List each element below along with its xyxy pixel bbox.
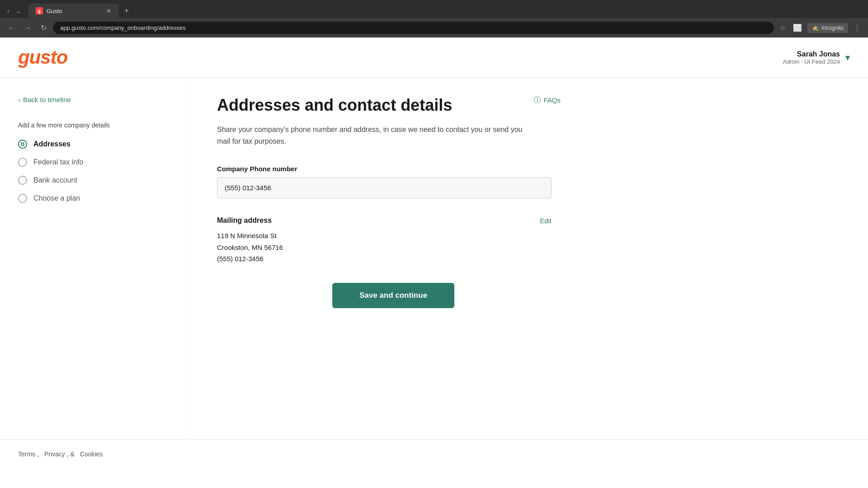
main-content: ‹ Back to timeline Add a few more compan…: [0, 78, 868, 439]
app-header: gusto Sarah Jonas Admin · UI Feed 2024 ▾: [0, 38, 868, 78]
nav-back-button[interactable]: ←: [5, 22, 18, 34]
sidebar-radio-bank-account: [18, 176, 27, 185]
browser-chrome: ‹ ⌄ g Gusto ✕ + ← → ↻ app.gusto.com/comp…: [0, 0, 868, 38]
faqs-link[interactable]: ⓘ FAQs: [534, 96, 561, 104]
terms-link[interactable]: Terms: [18, 450, 35, 458]
back-to-timeline-label: Back to timeline: [23, 96, 71, 103]
faqs-circle-icon: ⓘ: [534, 96, 541, 104]
incognito-icon: 🕵: [812, 25, 819, 31]
back-arrow-icon: ‹: [18, 96, 20, 103]
menu-icon[interactable]: ⋮: [852, 22, 863, 34]
nav-refresh-button[interactable]: ↻: [38, 22, 49, 34]
app-container: gusto Sarah Jonas Admin · UI Feed 2024 ▾…: [0, 38, 868, 485]
address-line-2: Crookston, MN 56716: [217, 242, 570, 253]
sidebar-item-choose-a-plan-label[interactable]: Choose a plan: [33, 194, 80, 202]
phone-number-label: Company Phone number: [217, 165, 570, 173]
new-tab-button[interactable]: +: [121, 5, 133, 18]
gusto-logo: gusto: [18, 47, 67, 68]
url-text: app.gusto.com/company_onboarding/address…: [60, 24, 186, 31]
sidebar-item-addresses[interactable]: Addresses: [18, 140, 171, 149]
footer-separator-1: ,: [37, 450, 39, 458]
nav-forward-button[interactable]: →: [22, 22, 34, 34]
bookmark-icon[interactable]: ☆: [778, 22, 788, 34]
sidebar-radio-choose-a-plan: [18, 194, 27, 203]
sidebar-items-list: Addresses Federal tax info Bank account …: [18, 140, 171, 203]
extension-icon[interactable]: ⬜: [791, 22, 804, 34]
sidebar: ‹ Back to timeline Add a few more compan…: [0, 78, 190, 439]
address-bar[interactable]: app.gusto.com/company_onboarding/address…: [53, 22, 774, 34]
page-content: Addresses and contact details Share your…: [190, 78, 597, 439]
browser-tab-active[interactable]: g Gusto ✕: [28, 4, 119, 18]
user-name: Sarah Jonas: [783, 50, 840, 58]
cookies-link[interactable]: Cookies: [80, 450, 103, 458]
mailing-address-section: Mailing address Edit 119 N Minnesota St …: [217, 216, 570, 265]
footer-separator-2: , &: [67, 450, 75, 458]
sidebar-item-bank-account[interactable]: Bank account: [18, 176, 171, 185]
incognito-label: Incognito: [821, 25, 844, 31]
sidebar-radio-federal-tax-info: [18, 158, 27, 167]
footer: Terms , Privacy , & Cookies: [0, 439, 868, 469]
sidebar-item-choose-a-plan[interactable]: Choose a plan: [18, 194, 171, 203]
address-phone: (555) 012-3456: [217, 253, 570, 265]
sidebar-section-label: Add a few more company details: [18, 122, 171, 129]
tab-close-button[interactable]: ✕: [106, 7, 112, 14]
faqs-label: FAQs: [543, 96, 561, 104]
incognito-badge: 🕵 Incognito: [807, 23, 848, 33]
sidebar-item-federal-tax-info-label[interactable]: Federal tax info: [33, 158, 83, 166]
privacy-link[interactable]: Privacy: [44, 450, 65, 458]
tab-dropdown-arrow[interactable]: ⌄: [14, 5, 23, 16]
sidebar-item-addresses-label: Addresses: [33, 140, 71, 148]
save-button-container: Save and continue: [217, 283, 570, 308]
sidebar-radio-addresses: [18, 140, 27, 149]
browser-toolbar: ← → ↻ app.gusto.com/company_onboarding/a…: [0, 18, 868, 38]
address-header: Mailing address Edit: [217, 216, 552, 225]
phone-number-input[interactable]: [217, 177, 552, 198]
tab-favicon: g: [36, 7, 43, 14]
back-to-timeline-link[interactable]: ‹ Back to timeline: [18, 96, 171, 103]
mailing-address-title: Mailing address: [217, 216, 272, 225]
page-description: Share your company's phone number and ad…: [217, 124, 524, 147]
save-and-continue-button[interactable]: Save and continue: [332, 283, 454, 308]
phone-number-section: Company Phone number: [217, 165, 570, 198]
address-line-1: 119 N Minnesota St: [217, 230, 570, 242]
user-menu[interactable]: Sarah Jonas Admin · UI Feed 2024 ▾: [783, 50, 850, 65]
tab-title: Gusto: [47, 8, 103, 14]
sidebar-item-bank-account-label[interactable]: Bank account: [33, 176, 77, 184]
edit-address-link[interactable]: Edit: [540, 217, 552, 225]
sidebar-item-federal-tax-info[interactable]: Federal tax info: [18, 158, 171, 167]
user-details: Sarah Jonas Admin · UI Feed 2024: [783, 50, 840, 65]
page-title: Addresses and contact details: [217, 96, 570, 115]
chevron-down-icon: ▾: [845, 52, 850, 63]
tab-back-arrow[interactable]: ‹: [5, 5, 11, 16]
user-role: Admin · UI Feed 2024: [783, 58, 840, 65]
